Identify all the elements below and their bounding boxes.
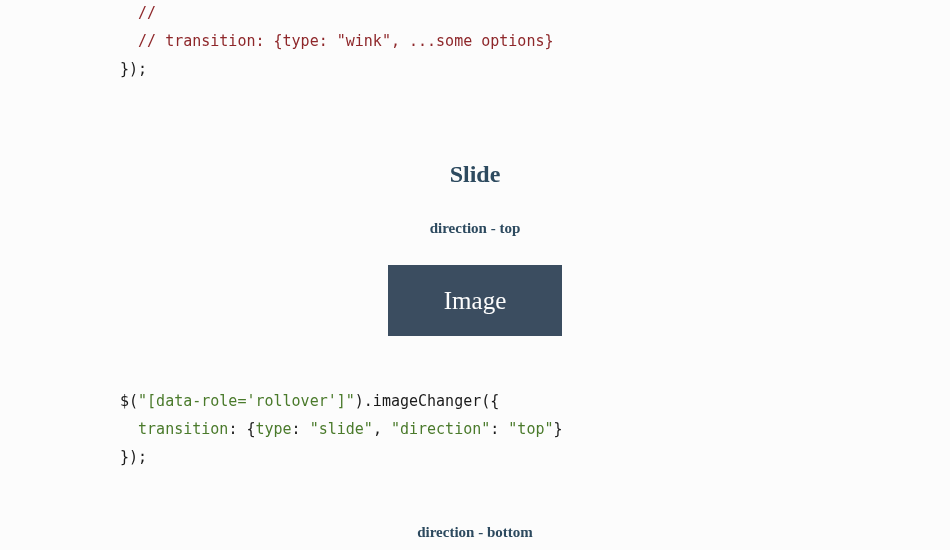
code-comment-line: // xyxy=(120,4,156,22)
code-comment-line: // transition: {type: "wink", ...some op… xyxy=(120,32,554,50)
code-close: }); xyxy=(120,60,147,78)
example-heading: direction - bottom xyxy=(120,524,830,541)
section-title: Slide xyxy=(120,161,830,188)
code-block-example1: $("[data-role='rollover']").imageChanger… xyxy=(120,388,830,471)
code-block-top: // // transition: {type: "wink", ...some… xyxy=(120,0,830,83)
example-heading: direction - top xyxy=(120,220,830,237)
image-placeholder[interactable]: Image xyxy=(388,265,562,336)
